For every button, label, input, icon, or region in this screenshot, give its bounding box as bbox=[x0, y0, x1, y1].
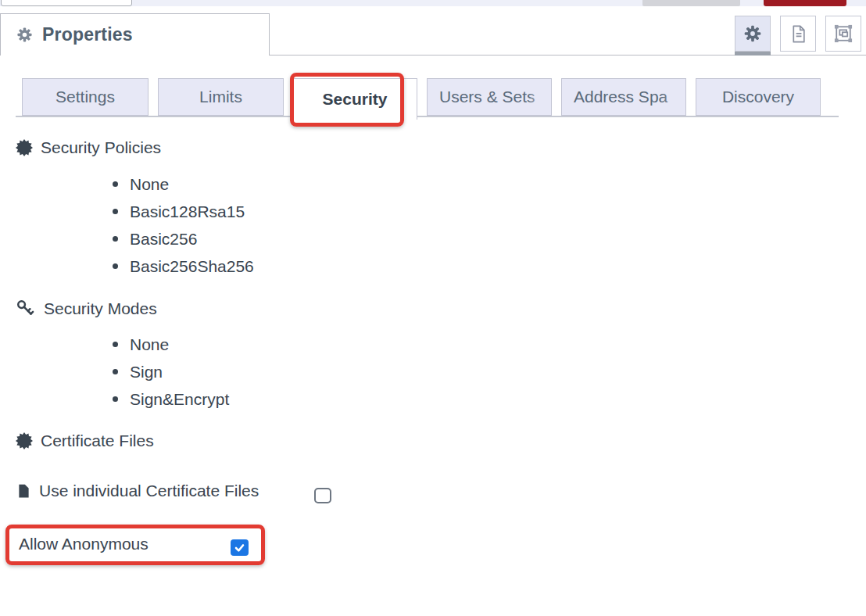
list-item: None bbox=[113, 331, 229, 358]
top-cutoff-strip bbox=[0, 0, 866, 6]
bullet-dot bbox=[113, 369, 118, 374]
list-item: Basic128Rsa15 bbox=[113, 198, 254, 225]
certificate-seal-icon bbox=[16, 432, 33, 449]
header-divider bbox=[270, 55, 866, 56]
checkmark-icon bbox=[234, 542, 245, 553]
individual-certificate-files-checkbox[interactable] bbox=[314, 488, 331, 503]
tab-address-space[interactable]: Address Spa bbox=[561, 78, 686, 116]
properties-header-tab[interactable]: Properties bbox=[0, 13, 270, 56]
selection-frame-button[interactable] bbox=[825, 16, 861, 52]
page-title: Properties bbox=[42, 24, 133, 45]
key-icon bbox=[16, 299, 36, 319]
properties-panel: Properties bbox=[0, 0, 866, 616]
cutoff-gray-button[interactable] bbox=[642, 0, 740, 6]
security-modes-heading: Security Modes bbox=[16, 299, 157, 319]
security-policies-heading: Security Policies bbox=[16, 138, 161, 157]
list-item: Sign bbox=[113, 358, 229, 385]
tab-discovery[interactable]: Discovery bbox=[696, 78, 821, 116]
bullet-dot bbox=[113, 181, 118, 187]
bullet-dot bbox=[113, 209, 118, 214]
list-item: Basic256Sha256 bbox=[113, 252, 254, 280]
tab-text-fade bbox=[663, 80, 685, 114]
allow-anonymous-checkbox[interactable] bbox=[231, 539, 249, 556]
list-item: Sign&Encrypt bbox=[113, 385, 229, 413]
tab-security[interactable]: Security bbox=[292, 78, 417, 120]
security-policies-list: None Basic128Rsa15 Basic256 Basic256Sha2… bbox=[113, 170, 254, 280]
active-tool-indicator bbox=[735, 52, 771, 56]
properties-view-button[interactable] bbox=[735, 16, 771, 52]
bullet-dot bbox=[113, 396, 118, 402]
certificate-seal-icon bbox=[16, 139, 33, 156]
certificate-files-heading: Certificate Files bbox=[16, 432, 154, 450]
tab-limits[interactable]: Limits bbox=[158, 78, 284, 116]
selection-frame-icon bbox=[832, 23, 854, 45]
bullet-dot bbox=[113, 236, 118, 242]
tab-settings[interactable]: Settings bbox=[22, 78, 149, 116]
header: Properties bbox=[0, 6, 866, 56]
list-item: None bbox=[113, 170, 254, 198]
gear-icon bbox=[16, 26, 34, 44]
bullet-dot bbox=[113, 263, 118, 269]
tab-text-fade bbox=[528, 80, 550, 114]
bullet-dot bbox=[113, 342, 118, 347]
document-icon bbox=[788, 23, 809, 45]
gear-icon bbox=[743, 23, 763, 44]
file-icon bbox=[16, 483, 32, 500]
tab-bar: Settings Limits Security Users & Sets Ad… bbox=[0, 78, 866, 125]
tab-users-settings[interactable]: Users & Sets bbox=[427, 78, 552, 116]
allow-anonymous-label: Allow Anonymous bbox=[19, 533, 149, 554]
security-modes-list: None Sign Sign&Encrypt bbox=[113, 331, 229, 413]
cutoff-input-field[interactable] bbox=[1, 0, 132, 6]
tab-underline bbox=[16, 116, 839, 117]
document-view-button[interactable] bbox=[780, 16, 816, 52]
list-item: Basic256 bbox=[113, 225, 254, 252]
cutoff-red-button[interactable] bbox=[764, 0, 846, 6]
individual-certificate-files-row: Use individual Certificate Files bbox=[16, 482, 259, 500]
